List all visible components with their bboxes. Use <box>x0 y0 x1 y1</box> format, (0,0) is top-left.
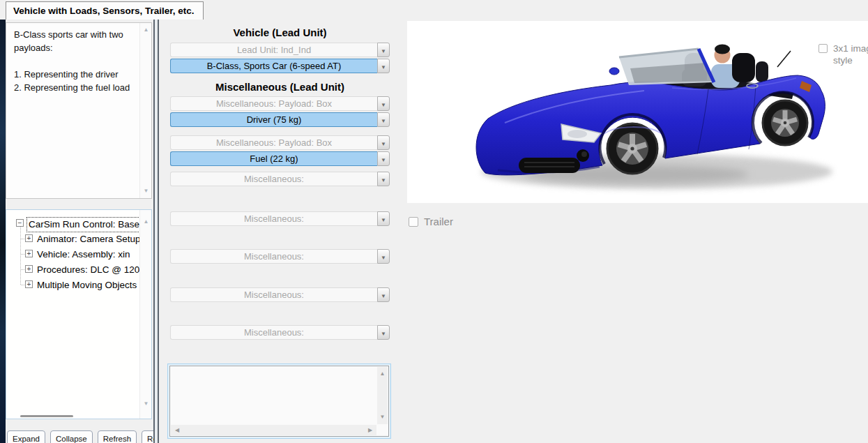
description-item-1: 1. Representing the driver <box>14 68 137 81</box>
lead-unit-dropdown[interactable]: Lead Unit: Ind_Ind▼ <box>170 43 390 57</box>
checkbox-unchecked-icon[interactable] <box>409 217 418 227</box>
dropdown-arrow-button[interactable]: ▼ <box>377 325 390 340</box>
scroll-down-icon[interactable]: ▼ <box>140 399 152 409</box>
tree-item-vehicle-assembly[interactable]: + Vehicle: Assembly: xin <box>6 247 139 262</box>
misc-dropdown-1[interactable]: Miscellaneous:▼ <box>170 172 390 186</box>
chevron-down-icon: ▼ <box>381 217 386 223</box>
front-grille <box>519 158 580 173</box>
tree-item-label[interactable]: CarSim Run Control: Baseli <box>26 217 146 232</box>
dropdown-arrow-button[interactable]: ▼ <box>377 96 390 111</box>
scroll-down-icon[interactable]: ▼ <box>377 412 388 422</box>
dropdown-value[interactable]: Fuel (22 kg) <box>170 151 377 166</box>
checkbox-unchecked-icon[interactable] <box>818 44 828 53</box>
tree-item-label[interactable]: Animator: Camera Setup <box>36 232 142 246</box>
dropdown-arrow-button[interactable]: ▼ <box>377 211 390 226</box>
vehicle-dropdown[interactable]: B-Class, Sports Car (6-speed AT)▼ <box>170 59 390 73</box>
tree-item-label[interactable]: Procedures: DLC @ 120 <box>36 263 141 277</box>
tree-item-moving-objects[interactable]: + Multiple Moving Objects <box>6 278 139 292</box>
description-scrollbar[interactable]: ▲ ▼ <box>139 23 151 198</box>
notes-field[interactable]: ▲ ▼ ◀ ▶ <box>169 366 389 437</box>
dropdown-value[interactable]: Miscellaneous: <box>170 172 377 186</box>
payload2-type-dropdown[interactable]: Miscellaneous: Payload: Box▼ <box>170 135 390 150</box>
notes-vertical-scrollbar[interactable]: ▲ ▼ <box>377 367 388 424</box>
tab-vehicle-with-loads[interactable]: Vehicle with Loads, Sensors, Trailer, et… <box>6 1 204 20</box>
desktop-background-strip <box>0 0 6 443</box>
misc-dropdown-2[interactable]: Miscellaneous:▼ <box>170 211 390 226</box>
dropdown-value[interactable]: Miscellaneous: Payload: Box <box>170 135 377 150</box>
tree-expand-icon[interactable]: + <box>25 250 33 257</box>
dropdown-value[interactable]: Lead Unit: Ind_Ind <box>170 43 377 57</box>
description-intro: B-Class sports car with two payloads: <box>14 28 137 54</box>
dropdown-value[interactable]: Miscellaneous: Payload: Box <box>170 96 377 111</box>
chevron-down-icon: ▼ <box>381 102 386 108</box>
tree-item-run-control[interactable]: − CarSim Run Control: Baseli <box>6 216 139 231</box>
chevron-down-icon: ▼ <box>381 331 386 337</box>
dropdown-value[interactable]: B-Class, Sports Car (6-speed AT) <box>170 59 377 73</box>
panel-splitter[interactable] <box>153 20 159 443</box>
refresh-button[interactable]: Refresh <box>98 430 137 443</box>
misc-dropdown-5[interactable]: Miscellaneous:▼ <box>170 325 390 340</box>
image-style-checkbox-row[interactable]: 3x1 image style <box>818 44 868 66</box>
description-text: B-Class sports car with two payloads: 1.… <box>6 23 139 94</box>
misc-dropdown-3[interactable]: Miscellaneous:▼ <box>170 249 390 264</box>
trailer-checkbox-row[interactable]: Trailer <box>409 217 453 227</box>
reset-button[interactable]: Reset <box>142 430 154 443</box>
dropdown-value[interactable]: Miscellaneous: <box>170 325 377 340</box>
scroll-up-icon[interactable]: ▲ <box>140 217 152 227</box>
blue-sports-car-image <box>407 21 868 203</box>
dropdown-value[interactable]: Miscellaneous: <box>170 287 377 302</box>
chevron-down-icon: ▼ <box>381 118 386 124</box>
dropdown-arrow-button[interactable]: ▼ <box>377 287 390 302</box>
windshield <box>619 49 714 85</box>
tree-item-animator[interactable]: + Animator: Camera Setup <box>6 232 139 246</box>
checkbox-label: Trailer <box>418 216 453 227</box>
tree-expand-icon[interactable]: + <box>25 280 33 288</box>
collapse-button[interactable]: Collapse <box>50 430 93 443</box>
chevron-down-icon: ▼ <box>381 48 386 54</box>
notes-horizontal-scrollbar[interactable]: ◀ ▶ <box>171 425 376 435</box>
tree-collapse-icon[interactable]: − <box>16 219 24 227</box>
tree-item-procedures[interactable]: + Procedures: DLC @ 120 <box>6 262 139 277</box>
description-spacer <box>14 54 137 68</box>
tree-horizontal-scrollbar-thumb[interactable] <box>20 415 73 417</box>
chevron-down-icon: ▼ <box>381 255 386 261</box>
dropdown-arrow-button[interactable]: ▼ <box>377 151 390 166</box>
app-window: Vehicle with Loads, Sensors, Trailer, et… <box>0 0 868 443</box>
scroll-up-icon[interactable]: ▲ <box>377 369 388 379</box>
dropdown-arrow-button[interactable]: ▼ <box>377 249 390 264</box>
tree-expand-icon[interactable]: + <box>25 265 33 273</box>
dropdown-value[interactable]: Miscellaneous: <box>170 249 377 264</box>
tree-item-label[interactable]: Vehicle: Assembly: xin <box>36 248 132 262</box>
dropdown-arrow-button[interactable]: ▼ <box>377 172 390 186</box>
dropdown-arrow-button[interactable]: ▼ <box>377 135 390 150</box>
run-control-tree-panel: − CarSim Run Control: Baseli + Animator:… <box>6 209 152 419</box>
scroll-right-icon[interactable]: ▶ <box>365 425 375 435</box>
payload1-type-dropdown[interactable]: Miscellaneous: Payload: Box▼ <box>170 96 390 111</box>
misc-dropdown-4[interactable]: Miscellaneous:▼ <box>170 287 390 302</box>
tab-bar: Vehicle with Loads, Sensors, Trailer, et… <box>0 0 868 20</box>
payload2-fuel-dropdown[interactable]: Fuel (22 kg)▼ <box>170 151 390 166</box>
payload1-driver-dropdown[interactable]: Driver (75 kg)▼ <box>170 112 390 127</box>
dropdown-value[interactable]: Miscellaneous: <box>170 211 377 226</box>
scroll-down-icon[interactable]: ▼ <box>140 186 152 196</box>
dropdown-arrow-button[interactable]: ▼ <box>377 43 390 57</box>
dropdown-value[interactable]: Driver (75 kg) <box>170 112 377 127</box>
scroll-left-icon[interactable]: ◀ <box>172 425 182 435</box>
chevron-down-icon: ▼ <box>381 141 386 147</box>
chevron-down-icon: ▼ <box>381 293 386 299</box>
description-item-2: 2. Representing the fuel load <box>14 81 137 94</box>
vehicle-preview-area: 3x1 image style <box>407 21 868 203</box>
vehicle-section-heading: Vehicle (Lead Unit) <box>165 27 395 38</box>
notes-text[interactable] <box>172 368 376 423</box>
tree-item-label[interactable]: Multiple Moving Objects <box>36 278 138 292</box>
tree-scrollbar[interactable]: ▲ ▼ <box>139 210 151 419</box>
description-panel: B-Class sports car with two payloads: 1.… <box>6 22 152 199</box>
tree-button-row: Expand Collapse Refresh Reset <box>7 430 154 443</box>
expand-button[interactable]: Expand <box>7 430 45 443</box>
dropdown-arrow-button[interactable]: ▼ <box>377 59 390 73</box>
chevron-down-icon: ▼ <box>381 64 386 70</box>
side-mirror <box>609 68 619 75</box>
tree-expand-icon[interactable]: + <box>25 234 33 242</box>
dropdown-arrow-button[interactable]: ▼ <box>377 112 390 127</box>
scroll-up-icon[interactable]: ▲ <box>140 25 152 35</box>
